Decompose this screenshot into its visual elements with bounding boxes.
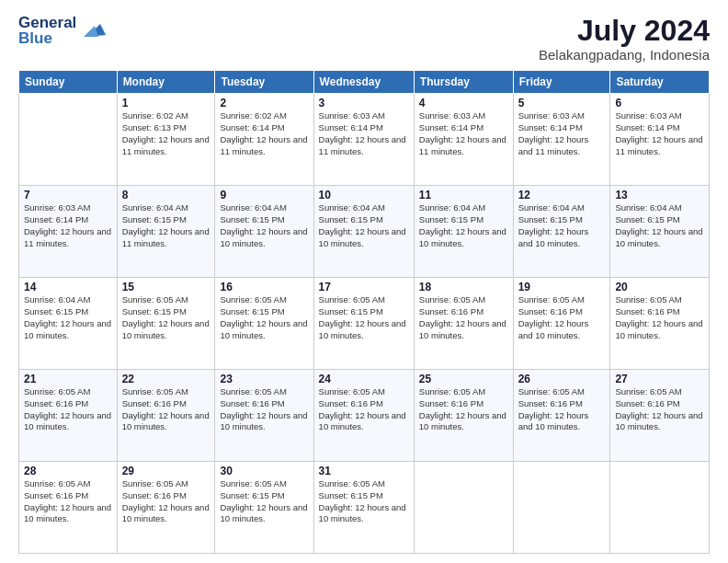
logo-line2: Blue — [18, 30, 76, 46]
header-tuesday: Tuesday — [215, 71, 313, 94]
header-sunday: Sunday — [19, 71, 118, 94]
day-info: Sunrise: 6:05 AMSunset: 6:15 PMDaylight:… — [122, 294, 210, 341]
day-info: Sunrise: 6:03 AMSunset: 6:14 PMDaylight:… — [24, 202, 112, 249]
table-cell: 18Sunrise: 6:05 AMSunset: 6:16 PMDayligh… — [414, 278, 513, 370]
table-cell: 10Sunrise: 6:04 AMSunset: 6:15 PMDayligh… — [313, 186, 414, 278]
day-info: Sunrise: 6:05 AMSunset: 6:15 PMDaylight:… — [220, 478, 308, 525]
day-number: 28 — [24, 465, 112, 477]
table-cell: 16Sunrise: 6:05 AMSunset: 6:15 PMDayligh… — [215, 278, 313, 370]
day-info: Sunrise: 6:03 AMSunset: 6:14 PMDaylight:… — [518, 110, 606, 157]
day-number: 23 — [220, 373, 308, 385]
logo-icon — [80, 15, 108, 46]
day-info: Sunrise: 6:04 AMSunset: 6:15 PMDaylight:… — [220, 202, 308, 249]
day-number: 18 — [419, 281, 508, 293]
day-info: Sunrise: 6:05 AMSunset: 6:15 PMDaylight:… — [319, 478, 409, 525]
week-row-4: 21Sunrise: 6:05 AMSunset: 6:16 PMDayligh… — [19, 370, 710, 462]
table-cell — [19, 94, 118, 186]
day-number: 5 — [518, 97, 606, 109]
table-cell: 6Sunrise: 6:03 AMSunset: 6:14 PMDaylight… — [610, 94, 710, 186]
header-monday: Monday — [117, 71, 215, 94]
day-number: 11 — [419, 189, 508, 201]
day-info: Sunrise: 6:05 AMSunset: 6:15 PMDaylight:… — [319, 294, 409, 341]
table-cell: 2Sunrise: 6:02 AMSunset: 6:14 PMDaylight… — [215, 94, 313, 186]
day-number: 6 — [615, 97, 704, 109]
header-wednesday: Wednesday — [313, 71, 414, 94]
day-number: 1 — [122, 97, 210, 109]
table-cell: 11Sunrise: 6:04 AMSunset: 6:15 PMDayligh… — [414, 186, 513, 278]
day-number: 7 — [24, 189, 112, 201]
day-number: 2 — [220, 97, 308, 109]
calendar-table: Sunday Monday Tuesday Wednesday Thursday… — [18, 70, 710, 554]
day-info: Sunrise: 6:04 AMSunset: 6:15 PMDaylight:… — [615, 202, 704, 249]
day-number: 17 — [319, 281, 409, 293]
day-number: 13 — [615, 189, 704, 201]
table-cell: 31Sunrise: 6:05 AMSunset: 6:15 PMDayligh… — [313, 462, 414, 554]
day-info: Sunrise: 6:03 AMSunset: 6:14 PMDaylight:… — [319, 110, 409, 157]
day-info: Sunrise: 6:05 AMSunset: 6:16 PMDaylight:… — [615, 294, 704, 341]
day-info: Sunrise: 6:05 AMSunset: 6:16 PMDaylight:… — [615, 386, 704, 433]
table-cell: 25Sunrise: 6:05 AMSunset: 6:16 PMDayligh… — [414, 370, 513, 462]
table-cell: 17Sunrise: 6:05 AMSunset: 6:15 PMDayligh… — [313, 278, 414, 370]
day-number: 16 — [220, 281, 308, 293]
day-info: Sunrise: 6:05 AMSunset: 6:16 PMDaylight:… — [518, 386, 606, 433]
table-cell: 20Sunrise: 6:05 AMSunset: 6:16 PMDayligh… — [610, 278, 710, 370]
table-cell: 3Sunrise: 6:03 AMSunset: 6:14 PMDaylight… — [313, 94, 414, 186]
day-info: Sunrise: 6:05 AMSunset: 6:16 PMDaylight:… — [24, 386, 112, 433]
title-block: July 2024 Belakangpadang, Indonesia — [539, 15, 710, 63]
day-info: Sunrise: 6:05 AMSunset: 6:16 PMDaylight:… — [122, 386, 210, 433]
day-info: Sunrise: 6:04 AMSunset: 6:15 PMDaylight:… — [24, 294, 112, 341]
week-row-3: 14Sunrise: 6:04 AMSunset: 6:15 PMDayligh… — [19, 278, 710, 370]
calendar-header-row: Sunday Monday Tuesday Wednesday Thursday… — [19, 71, 710, 94]
table-cell: 24Sunrise: 6:05 AMSunset: 6:16 PMDayligh… — [313, 370, 414, 462]
day-number: 10 — [319, 189, 409, 201]
day-info: Sunrise: 6:03 AMSunset: 6:14 PMDaylight:… — [419, 110, 508, 157]
week-row-1: 1Sunrise: 6:02 AMSunset: 6:13 PMDaylight… — [19, 94, 710, 186]
table-cell — [513, 462, 610, 554]
day-number: 14 — [24, 281, 112, 293]
day-info: Sunrise: 6:04 AMSunset: 6:15 PMDaylight:… — [518, 202, 606, 249]
page: General Blue July 2024 Belakangpadang, I… — [0, 0, 728, 563]
day-info: Sunrise: 6:04 AMSunset: 6:15 PMDaylight:… — [419, 202, 508, 249]
location: Belakangpadang, Indonesia — [539, 47, 710, 63]
table-cell: 29Sunrise: 6:05 AMSunset: 6:16 PMDayligh… — [117, 462, 215, 554]
day-info: Sunrise: 6:05 AMSunset: 6:15 PMDaylight:… — [220, 294, 308, 341]
day-number: 22 — [122, 373, 210, 385]
table-cell: 8Sunrise: 6:04 AMSunset: 6:15 PMDaylight… — [117, 186, 215, 278]
day-number: 29 — [122, 465, 210, 477]
day-number: 3 — [319, 97, 409, 109]
day-info: Sunrise: 6:02 AMSunset: 6:14 PMDaylight:… — [220, 110, 308, 157]
day-number: 31 — [319, 465, 409, 477]
day-number: 12 — [518, 189, 606, 201]
table-cell: 12Sunrise: 6:04 AMSunset: 6:15 PMDayligh… — [513, 186, 610, 278]
table-cell: 30Sunrise: 6:05 AMSunset: 6:15 PMDayligh… — [215, 462, 313, 554]
table-cell: 5Sunrise: 6:03 AMSunset: 6:14 PMDaylight… — [513, 94, 610, 186]
table-cell — [414, 462, 513, 554]
day-info: Sunrise: 6:05 AMSunset: 6:16 PMDaylight:… — [319, 386, 409, 433]
header-friday: Friday — [513, 71, 610, 94]
table-cell: 15Sunrise: 6:05 AMSunset: 6:15 PMDayligh… — [117, 278, 215, 370]
day-number: 26 — [518, 373, 606, 385]
day-info: Sunrise: 6:05 AMSunset: 6:16 PMDaylight:… — [518, 294, 606, 341]
day-info: Sunrise: 6:05 AMSunset: 6:16 PMDaylight:… — [419, 386, 508, 433]
day-info: Sunrise: 6:05 AMSunset: 6:16 PMDaylight:… — [419, 294, 508, 341]
month-title: July 2024 — [539, 15, 710, 47]
day-info: Sunrise: 6:02 AMSunset: 6:13 PMDaylight:… — [122, 110, 210, 157]
day-info: Sunrise: 6:04 AMSunset: 6:15 PMDaylight:… — [319, 202, 409, 249]
table-cell: 14Sunrise: 6:04 AMSunset: 6:15 PMDayligh… — [19, 278, 118, 370]
table-cell — [610, 462, 710, 554]
table-cell: 27Sunrise: 6:05 AMSunset: 6:16 PMDayligh… — [610, 370, 710, 462]
table-cell: 23Sunrise: 6:05 AMSunset: 6:16 PMDayligh… — [215, 370, 313, 462]
table-cell: 4Sunrise: 6:03 AMSunset: 6:14 PMDaylight… — [414, 94, 513, 186]
day-info: Sunrise: 6:05 AMSunset: 6:16 PMDaylight:… — [122, 478, 210, 525]
day-number: 27 — [615, 373, 704, 385]
header: General Blue July 2024 Belakangpadang, I… — [18, 15, 710, 63]
week-row-5: 28Sunrise: 6:05 AMSunset: 6:16 PMDayligh… — [19, 462, 710, 554]
svg-marker-1 — [84, 26, 98, 37]
logo-line1: General — [18, 15, 76, 30]
day-info: Sunrise: 6:03 AMSunset: 6:14 PMDaylight:… — [615, 110, 704, 157]
day-info: Sunrise: 6:05 AMSunset: 6:16 PMDaylight:… — [220, 386, 308, 433]
day-info: Sunrise: 6:05 AMSunset: 6:16 PMDaylight:… — [24, 478, 112, 525]
day-number: 4 — [419, 97, 508, 109]
day-info: Sunrise: 6:04 AMSunset: 6:15 PMDaylight:… — [122, 202, 210, 249]
table-cell: 26Sunrise: 6:05 AMSunset: 6:16 PMDayligh… — [513, 370, 610, 462]
